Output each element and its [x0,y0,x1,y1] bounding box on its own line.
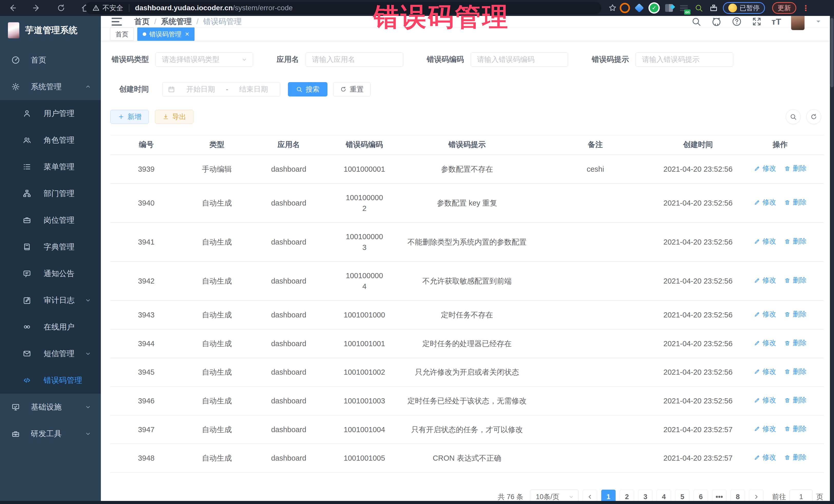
chevron-down-icon [84,350,92,357]
cell-time: 2021-04-20 23:52:56 [659,329,737,358]
divider [129,4,129,12]
sidebar-item-1[interactable]: 系统管理 [0,73,101,100]
error-type-select[interactable]: 请选择错误码类型 [155,52,253,67]
bookmark-star-icon[interactable] [608,3,617,13]
add-button[interactable]: 新增 [110,110,149,124]
edit-link[interactable]: 修改 [754,338,776,348]
edit-link[interactable]: 修改 [754,275,776,285]
delete-link[interactable]: 删除 [784,338,807,348]
delete-link[interactable]: 删除 [784,367,807,377]
search-button[interactable]: 搜索 [288,82,327,96]
tag-home[interactable]: 首页 [110,27,134,41]
hide-search-button[interactable] [786,109,800,124]
sidebar-item-6[interactable]: 岗位管理 [0,207,101,234]
browser-menu-icon[interactable]: ⋮ [802,4,810,13]
sidebar-item-2[interactable]: 用户管理 [0,100,101,127]
edit-link[interactable]: 修改 [754,367,776,377]
browser-update-button[interactable]: 更新 [772,2,796,14]
cell-remark [531,262,659,301]
table-row: 3944自动生成dashboard1001001001定时任务的处理器已经存在2… [110,329,824,358]
field-input[interactable] [471,52,568,66]
cell-time: 2021-04-20 23:52:57 [659,444,737,473]
sidebar-item-7[interactable]: 字典管理 [0,234,101,260]
tag-error-code[interactable]: 错误码管理 × [137,27,195,41]
annotation-overlay-text: 错误码管理 [373,0,509,35]
edit-link[interactable]: 修改 [754,309,776,319]
paused-label: 已暂停 [740,4,760,13]
delete-link[interactable]: 删除 [784,395,807,405]
edit-link[interactable]: 修改 [754,197,776,207]
page-scrollbar[interactable] [830,16,834,504]
delete-link[interactable]: 删除 [784,197,807,207]
hamburger-icon[interactable] [112,18,122,26]
sidebar-item-label: 岗位管理 [44,215,74,225]
edit-link[interactable]: 修改 [754,236,776,246]
extension-green-check-icon[interactable]: ✓ [649,2,660,14]
start-date-placeholder[interactable]: 开始日期 [179,84,222,94]
refresh-table-button[interactable] [806,109,821,124]
delete-link[interactable]: 删除 [784,453,807,462]
fullscreen-icon[interactable] [752,17,762,27]
cell-type: 自动生成 [182,329,251,358]
sidebar-item-14[interactable]: 研发工具 [0,420,101,447]
edit-link[interactable]: 修改 [754,453,776,462]
breadcrumb-system[interactable]: 系统管理 [161,17,192,27]
sidebar-item-8[interactable]: 通知公告 [0,260,101,287]
profile-paused-chip[interactable]: 已暂停 [723,2,765,14]
export-button[interactable]: 导出 [155,110,194,124]
delete-link[interactable]: 删除 [784,236,807,246]
cell-app: dashboard [251,183,326,222]
end-date-placeholder[interactable]: 结束日期 [233,84,275,94]
edit-link[interactable]: 修改 [754,424,776,434]
browser-forward-icon[interactable] [24,3,49,13]
date-range-picker[interactable]: 开始日期 - 结束日期 [162,82,280,96]
tag-close-icon[interactable]: × [185,30,189,38]
sidebar-item-5[interactable]: 部门管理 [0,180,101,207]
cell-time: 2021-04-20 23:52:57 [659,415,737,444]
field-input[interactable] [306,52,403,66]
delete-link[interactable]: 删除 [784,309,807,319]
delete-link[interactable]: 删除 [784,163,807,174]
field-input[interactable] [636,52,733,66]
sidebar-item-4[interactable]: 菜单管理 [0,153,101,180]
delete-link[interactable]: 删除 [784,424,807,434]
extension-orange-icon[interactable] [620,3,630,13]
extension-magnifier-icon[interactable] [693,2,704,14]
sidebar-item-12[interactable]: 错误码管理 [0,367,101,394]
goto-unit: 页 [816,492,823,501]
extension-puzzle-icon[interactable] [708,2,719,14]
extension-grid-icon[interactable] [663,2,675,14]
reset-button[interactable]: 重置 [333,82,371,96]
sidebar-item-11[interactable]: 短信管理 [0,340,101,367]
sidebar-item-13[interactable]: 基础设施 [0,394,101,420]
sidebar-item-3[interactable]: 角色管理 [0,127,101,153]
breadcrumb-home[interactable]: 首页 [134,17,150,27]
sidebar-item-10[interactable]: 在线用户 [0,313,101,340]
font-size-icon[interactable]: тT [772,17,781,27]
address-bar[interactable]: 不安全 dashboard.yudao.iocoder.cn /system/e… [85,2,601,14]
app-logo[interactable]: 芋道管理系统 [0,16,101,45]
edit-link[interactable]: 修改 [754,395,776,405]
browser-back-icon[interactable] [0,3,24,13]
trash-icon [784,425,791,432]
avatar-caret-down-icon[interactable] [814,18,822,25]
cell-type: 自动生成 [182,222,251,262]
breadcrumb-separator: / [196,17,198,26]
header-search-icon[interactable] [691,17,701,27]
sidebar-item-0[interactable]: 首页 [0,47,101,73]
delete-link[interactable]: 删除 [784,275,807,285]
briefcase-icon [23,216,31,224]
angle-right-icon [753,494,760,500]
sidebar-item-label: 错误码管理 [44,375,82,386]
extension-gem-icon[interactable] [634,2,645,14]
sidebar-item-9[interactable]: 审计日志 [0,287,101,313]
security-warning[interactable]: 不安全 [92,3,123,13]
edit-link[interactable]: 修改 [754,163,776,174]
github-icon[interactable] [711,16,722,27]
cell-type: 自动生成 [182,444,251,473]
extension-on-badge-icon[interactable]: on [678,2,689,14]
cell-type: 手动编辑 [182,155,251,183]
browser-refresh-icon[interactable] [49,3,73,13]
help-icon[interactable] [731,17,742,27]
scrollbar-thumb[interactable] [830,18,833,87]
